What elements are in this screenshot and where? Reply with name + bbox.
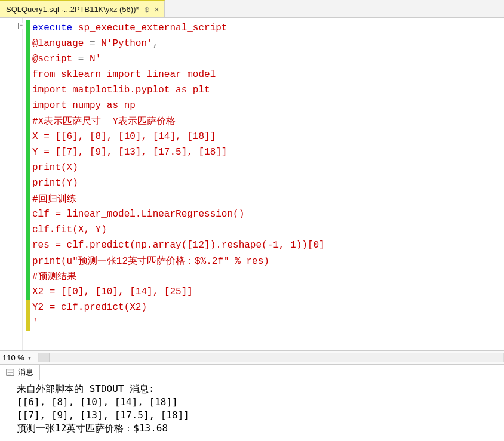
code-token: Y = [[7], [9], [13], [17.5], [18]]: [32, 147, 227, 158]
messages-tab[interactable]: 消息: [0, 365, 40, 380]
horizontal-scrollbar[interactable]: [38, 353, 504, 362]
editor-gutter: −: [0, 18, 23, 350]
code-token: #预测结果: [32, 270, 76, 283]
change-marker: [26, 113, 30, 129]
code-line[interactable]: @script = N': [26, 51, 504, 67]
messages-output[interactable]: 来自外部脚本的 STDOUT 消息:[[6], [8], [10], [14],…: [0, 380, 504, 441]
change-marker: [26, 129, 30, 144]
code-line[interactable]: import numpy as np: [26, 98, 504, 113]
change-marker: [26, 36, 30, 51]
code-line[interactable]: execute sp_execute_external_script: [26, 20, 504, 36]
zoom-level[interactable]: 110 %: [2, 353, 24, 362]
code-token: ,: [153, 38, 159, 49]
change-marker: [26, 20, 30, 36]
change-marker: [26, 300, 30, 315]
code-line[interactable]: @language = N'Python',: [26, 36, 504, 51]
code-token: X2 = [[0], [10], [14], [25]]: [32, 286, 193, 297]
code-token: sp_execute_external_script: [72, 23, 227, 33]
change-marker: [26, 238, 30, 253]
tab-title: SQLQuery1.sql -...2PTB11K\yxz (56))*: [6, 5, 139, 14]
change-marker: [26, 175, 30, 191]
change-marker: [26, 191, 30, 206]
change-marker: [26, 67, 30, 82]
code-token: #回归训练: [32, 193, 76, 205]
code-token: @language: [32, 38, 90, 49]
code-line[interactable]: clf.fit(X, Y): [26, 222, 504, 238]
code-token: ': [32, 317, 38, 328]
code-line[interactable]: clf = linear_model.LinearRegression(): [26, 206, 504, 222]
output-line: 来自外部脚本的 STDOUT 消息:: [17, 383, 500, 396]
change-marker: [26, 144, 30, 160]
code-line[interactable]: print(u"预测一张12英寸匹萨价格：$%.2f" % res): [26, 253, 504, 269]
code-token: ': [96, 54, 102, 64]
code-line[interactable]: X = [[6], [8], [10], [14], [18]]: [26, 129, 504, 144]
code-token: import matplotlib.pyplot as plt: [32, 85, 210, 95]
change-marker: [26, 82, 30, 98]
code-line[interactable]: #X表示匹萨尺寸 Y表示匹萨价格: [26, 113, 504, 129]
code-line[interactable]: #预测结果: [26, 269, 504, 284]
code-line[interactable]: res = clf.predict(np.array([12]).reshape…: [26, 238, 504, 253]
code-line[interactable]: #回归训练: [26, 191, 504, 206]
pin-icon[interactable]: ⊕: [144, 5, 150, 14]
change-marker: [26, 284, 30, 300]
code-token: @script: [32, 54, 78, 64]
code-token: from sklearn import linear_model: [32, 69, 216, 80]
output-line: 预测一张12英寸匹萨价格：$13.68: [17, 422, 500, 435]
code-line[interactable]: X2 = [[0], [10], [14], [25]]: [26, 284, 504, 300]
code-token: =: [90, 38, 96, 49]
code-line[interactable]: print(X): [26, 160, 504, 175]
code-line[interactable]: print(Y): [26, 175, 504, 191]
code-editor[interactable]: − execute sp_execute_external_script@lan…: [0, 18, 504, 350]
code-token: res = clf.predict(np.array([12]).reshape…: [32, 240, 325, 251]
code-token: clf.fit(X, Y): [32, 224, 107, 235]
tab-bar: SQLQuery1.sql -...2PTB11K\yxz (56))* ⊕ ×: [0, 0, 504, 18]
code-line[interactable]: ': [26, 315, 504, 331]
code-line[interactable]: Y2 = clf.predict(X2): [26, 300, 504, 315]
zoom-bar: 110 % ▾: [0, 350, 504, 365]
change-marker: [26, 98, 30, 113]
scrollbar-left-arrow[interactable]: [39, 353, 50, 362]
change-marker: [26, 160, 30, 175]
messages-tab-label: 消息: [18, 367, 33, 378]
code-area[interactable]: execute sp_execute_external_script@langu…: [23, 18, 504, 350]
code-token: print(X): [32, 162, 78, 173]
code-token: N: [96, 38, 107, 49]
output-line: [[6], [8], [10], [14], [18]]: [17, 396, 500, 409]
close-icon[interactable]: ×: [155, 5, 159, 14]
code-token: X = [[6], [8], [10], [14], [18]]: [32, 131, 216, 142]
code-token: print(u"预测一张12英寸匹萨价格：$%.2f" % res): [32, 255, 269, 267]
code-token: execute: [32, 23, 72, 33]
code-token: #X表示匹萨尺寸 Y表示匹萨价格: [32, 115, 176, 128]
code-line[interactable]: from sklearn import linear_model: [26, 67, 504, 82]
change-marker: [26, 269, 30, 284]
change-marker: [26, 222, 30, 238]
code-line[interactable]: import matplotlib.pyplot as plt: [26, 82, 504, 98]
code-token: =: [78, 54, 84, 64]
code-token: 'Python': [107, 38, 153, 49]
results-tab-bar: 消息: [0, 365, 504, 380]
document-tab[interactable]: SQLQuery1.sql -...2PTB11K\yxz (56))* ⊕ ×: [0, 0, 165, 17]
code-token: print(Y): [32, 178, 78, 189]
output-line: [[7], [9], [13], [17.5], [18]]: [17, 409, 500, 422]
messages-icon: [6, 368, 14, 377]
code-token: Y2 = clf.predict(X2): [32, 302, 147, 313]
code-token: N: [84, 54, 95, 64]
change-marker: [26, 253, 30, 269]
zoom-dropdown-icon[interactable]: ▾: [28, 354, 31, 361]
change-marker: [26, 206, 30, 222]
code-token: clf = linear_model.LinearRegression(): [32, 209, 244, 220]
code-line[interactable]: Y = [[7], [9], [13], [17.5], [18]]: [26, 144, 504, 160]
change-marker: [26, 51, 30, 67]
code-token: import numpy as np: [32, 100, 136, 111]
change-marker: [26, 315, 30, 331]
